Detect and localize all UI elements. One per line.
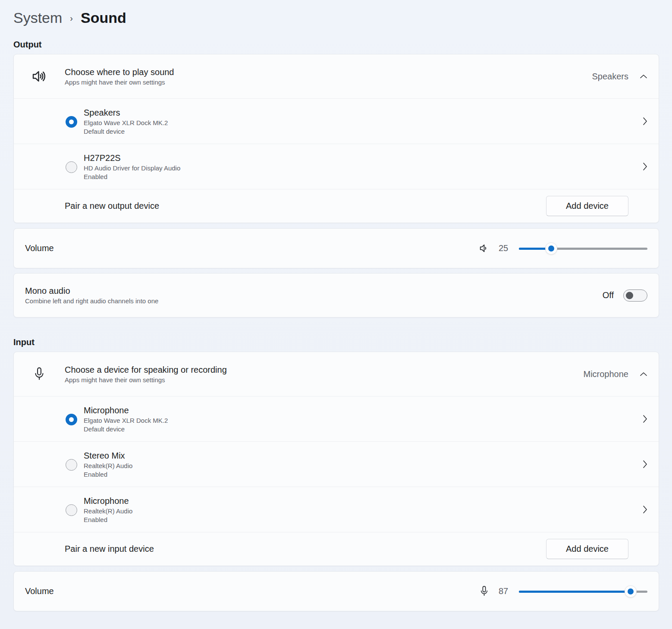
radio-selected[interactable] — [66, 414, 77, 425]
slider-thumb[interactable] — [625, 585, 637, 598]
input-device-row-microphone-realtek[interactable]: Microphone Realtek(R) Audio Enabled — [14, 487, 659, 532]
slider-thumb[interactable] — [545, 242, 557, 255]
breadcrumb: System › Sound — [13, 5, 659, 30]
input-volume-label: Volume — [25, 586, 54, 596]
radio-unselected[interactable] — [66, 504, 77, 516]
chevron-up-icon[interactable] — [640, 74, 647, 79]
add-output-device-button[interactable]: Add device — [546, 196, 628, 216]
output-volume-label: Volume — [25, 243, 54, 253]
input-section-label: Input — [13, 337, 659, 347]
input-volume-slider[interactable] — [519, 585, 647, 598]
output-expander-header[interactable]: Choose where to play sound Apps might ha… — [14, 54, 659, 98]
add-input-device-button[interactable]: Add device — [546, 539, 628, 559]
chevron-up-icon[interactable] — [640, 372, 647, 377]
input-expander-header[interactable]: Choose a device for speaking or recordin… — [14, 352, 659, 396]
device-name: H27P22S — [84, 153, 180, 163]
pair-output-device-row: Pair a new output device Add device — [14, 189, 659, 223]
device-description: HD Audio Driver for Display Audio — [84, 164, 180, 172]
microphone-icon — [14, 367, 65, 381]
output-device-row-speakers[interactable]: Speakers Elgato Wave XLR Dock MK.2 Defau… — [14, 99, 659, 144]
toggle-knob[interactable] — [626, 292, 633, 299]
radio-unselected[interactable] — [66, 161, 77, 173]
input-expander-title: Choose a device for speaking or recordin… — [65, 365, 227, 375]
device-status: Enabled — [84, 471, 132, 478]
chevron-right-icon[interactable] — [643, 460, 647, 469]
output-selected-device-value: Speakers — [592, 72, 629, 82]
radio-selected[interactable] — [66, 116, 77, 128]
speaker-icon[interactable] — [474, 242, 494, 254]
device-description: Realtek(R) Audio — [84, 462, 132, 469]
chevron-right-icon[interactable] — [643, 415, 647, 423]
device-name: Speakers — [84, 108, 168, 118]
mono-audio-state-label: Off — [603, 290, 614, 300]
speaker-waves-icon — [14, 68, 65, 85]
chevron-right-icon[interactable] — [643, 162, 647, 171]
output-expander-title: Choose where to play sound — [65, 67, 174, 77]
chevron-right-icon[interactable] — [643, 117, 647, 126]
mono-audio-title: Mono audio — [25, 286, 158, 296]
pair-input-device-row: Pair a new input device Add device — [14, 532, 659, 566]
page-title: Sound — [81, 9, 126, 26]
mono-audio-toggle[interactable] — [623, 289, 647, 302]
radio-unselected[interactable] — [66, 459, 77, 471]
output-volume-card: Volume 25 — [13, 228, 659, 268]
device-status: Default device — [84, 425, 168, 433]
chevron-right-icon[interactable] — [643, 505, 647, 514]
input-selected-device-value: Microphone — [583, 369, 628, 379]
device-status: Enabled — [84, 173, 180, 180]
breadcrumb-chevron-icon: › — [70, 13, 73, 23]
slider-fill — [519, 591, 631, 593]
output-expander-subtitle: Apps might have their own settings — [65, 79, 174, 86]
input-volume-card: Volume 87 — [13, 571, 659, 611]
breadcrumb-system[interactable]: System — [13, 9, 62, 26]
device-name: Microphone — [84, 406, 168, 415]
input-device-row-microphone-elgato[interactable]: Microphone Elgato Wave XLR Dock MK.2 Def… — [14, 396, 659, 441]
output-device-expander: Choose where to play sound Apps might ha… — [13, 54, 659, 223]
mono-audio-card: Mono audio Combine left and right audio … — [13, 273, 659, 318]
device-status: Default device — [84, 128, 168, 135]
pair-output-label: Pair a new output device — [65, 201, 159, 211]
output-section-label: Output — [13, 40, 659, 50]
device-description: Elgato Wave XLR Dock MK.2 — [84, 119, 168, 126]
microphone-icon[interactable] — [474, 585, 494, 597]
device-description: Elgato Wave XLR Dock MK.2 — [84, 417, 168, 424]
input-device-expander: Choose a device for speaking or recordin… — [13, 352, 659, 566]
input-expander-subtitle: Apps might have their own settings — [65, 376, 227, 384]
mono-audio-subtitle: Combine left and right audio channels in… — [25, 297, 158, 305]
output-volume-slider[interactable] — [519, 242, 647, 255]
device-name: Microphone — [84, 496, 132, 506]
device-description: Realtek(R) Audio — [84, 507, 132, 515]
output-device-row-h27p22s[interactable]: H27P22S HD Audio Driver for Display Audi… — [14, 144, 659, 189]
device-status: Enabled — [84, 516, 132, 523]
pair-input-label: Pair a new input device — [65, 544, 154, 554]
input-volume-value: 87 — [494, 586, 513, 596]
input-device-row-stereo-mix[interactable]: Stereo Mix Realtek(R) Audio Enabled — [14, 442, 659, 487]
sound-settings-page: System › Sound Output Choose where to pl… — [0, 0, 672, 611]
output-volume-value: 25 — [494, 243, 513, 253]
device-name: Stereo Mix — [84, 451, 132, 461]
